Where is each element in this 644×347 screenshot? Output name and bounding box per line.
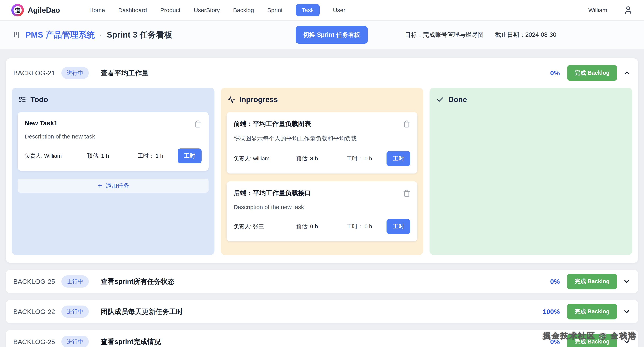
log-hours-button[interactable]: 工时	[386, 151, 410, 166]
app-logo: 道	[11, 4, 24, 17]
task-title: 前端：平均工作量负载图表	[234, 120, 410, 128]
backlog-row-header: BACKLOG-21 进行中 查看平均工作量 0% 完成 Backlog	[6, 58, 638, 88]
nav-right: William	[588, 6, 633, 15]
page-title: Sprint 3 任务看板	[107, 29, 172, 40]
current-user-name: William	[588, 7, 607, 14]
complete-backlog-button[interactable]: 完成 Backlog	[567, 274, 617, 289]
nav-item-backlog[interactable]: Backlog	[233, 4, 254, 16]
column-done-header: Done	[436, 96, 626, 104]
kanban-columns: Todo New Task1 Description of the new ta…	[6, 88, 638, 255]
activity-icon	[227, 96, 235, 104]
status-badge: 进行中	[62, 336, 89, 347]
task-hours: 工时： 1 h	[138, 152, 178, 160]
check-icon	[436, 96, 444, 104]
delete-task-icon[interactable]	[403, 190, 410, 197]
progress-percent: 0%	[550, 278, 560, 285]
backlog-title: 团队成员每天更新任务工时	[101, 307, 183, 316]
sprint-deadline-text: 截止日期：2024-08-30	[495, 31, 556, 39]
task-description: Description of the new task	[25, 133, 202, 140]
nav-item-sprint[interactable]: Sprint	[267, 4, 282, 16]
breadcrumb-separator: ·	[100, 31, 102, 39]
backlog-row: BACKLOG-22 进行中 团队成员每天更新任务工时 100% 完成 Back…	[6, 300, 638, 323]
task-estimate: 预估: 1 h	[87, 152, 138, 160]
task-description: Description of the new task	[234, 204, 410, 210]
chevron-down-icon[interactable]	[623, 308, 631, 315]
task-meta: 负责人: William 预估: 1 h 工时： 1 h 工时	[25, 148, 202, 163]
page-header: PMS 产品管理系统 · Sprint 3 任务看板 切换 Sprint 任务看…	[0, 21, 644, 49]
backlog-id: BACKLOG-22	[13, 308, 55, 315]
backlog-title: 查看sprint完成情况	[101, 337, 161, 346]
backlog-row: BACKLOG-25 进行中 查看sprint完成情况 0% 完成 Backlo…	[6, 330, 638, 347]
task-owner: 负责人: William	[25, 152, 87, 160]
chevron-down-icon[interactable]	[623, 277, 631, 285]
backlog-row: BACKLOG-25 进行中 查看sprint所有任务状态 0% 完成 Back…	[6, 270, 638, 293]
status-badge: 进行中	[62, 305, 89, 318]
status-badge: 进行中	[62, 67, 89, 79]
nav-menu: Home Dashboard Product UserStory Backlog…	[89, 4, 346, 16]
backlog-id: BACKLOG-25	[13, 338, 55, 346]
column-done-label: Done	[448, 96, 467, 104]
column-done: Done	[430, 88, 632, 255]
nav-item-dashboard[interactable]: Dashboard	[118, 4, 147, 16]
column-inprogress: Inprogress 前端：平均工作量负载图表 饼状图显示每个人的平均工作量负载…	[221, 88, 424, 255]
task-estimate: 预估: 0 h	[296, 223, 347, 230]
kanban-icon	[12, 31, 21, 39]
progress-percent: 100%	[543, 308, 560, 315]
add-task-button[interactable]: 添加任务	[18, 179, 208, 193]
progress-percent: 0%	[550, 338, 560, 346]
board-breadcrumb: PMS 产品管理系统 · Sprint 3 任务看板	[12, 29, 172, 40]
task-card[interactable]: 后端：平均工作量负载接口 Description of the new task…	[226, 181, 418, 241]
task-description: 饼状图显示每个人的平均工作量负载和平均负载	[234, 135, 410, 143]
task-meta: 负责人: 张三 预估: 0 h 工时： 0 h 工时	[234, 219, 410, 234]
task-card[interactable]: New Task1 Description of the new task 负责…	[18, 112, 208, 171]
app-logo-glyph: 道	[14, 6, 22, 14]
column-inprogress-header: Inprogress	[227, 96, 417, 104]
task-hours: 工时： 0 h	[347, 223, 387, 230]
task-owner: 负责人: 张三	[234, 223, 296, 230]
backlog-id: BACKLOG-25	[13, 278, 55, 285]
column-inprogress-label: Inprogress	[240, 96, 278, 104]
brand-name: AgileDao	[28, 6, 60, 15]
task-owner: 负责人: william	[234, 155, 296, 162]
task-card[interactable]: 前端：平均工作量负载图表 饼状图显示每个人的平均工作量负载和平均负载 负责人: …	[226, 112, 418, 174]
task-meta: 负责人: william 预估: 8 h 工时： 0 h 工时	[234, 151, 410, 166]
chevron-down-icon[interactable]	[623, 338, 631, 346]
project-title-link[interactable]: PMS 产品管理系统	[26, 29, 95, 40]
log-hours-button[interactable]: 工时	[386, 219, 410, 234]
backlog-title: 查看sprint所有任务状态	[101, 277, 174, 286]
status-badge: 进行中	[62, 275, 89, 287]
chevron-up-icon[interactable]	[623, 69, 631, 77]
switch-sprint-board-button[interactable]: 切换 Sprint 任务看板	[296, 26, 368, 44]
task-title: 后端：平均工作量负载接口	[234, 189, 410, 198]
list-todo-icon	[18, 96, 26, 104]
sprint-goal-text: 目标：完成账号管理与燃尽图	[405, 31, 484, 39]
delete-task-icon[interactable]	[403, 120, 410, 128]
delete-task-icon[interactable]	[194, 120, 202, 128]
backlog-title: 查看平均工作量	[101, 69, 149, 78]
task-hours: 工时： 0 h	[347, 155, 387, 162]
complete-backlog-button[interactable]: 完成 Backlog	[567, 65, 617, 81]
column-todo: Todo New Task1 Description of the new ta…	[12, 88, 214, 255]
main-content: BACKLOG-21 进行中 查看平均工作量 0% 完成 Backlog	[0, 49, 644, 347]
progress-percent: 0%	[550, 69, 560, 77]
column-todo-header: Todo	[18, 96, 208, 104]
nav-item-task[interactable]: Task	[296, 4, 320, 16]
plus-icon	[97, 183, 103, 189]
complete-backlog-button[interactable]: 完成 Backlog	[567, 304, 617, 319]
complete-backlog-button[interactable]: 完成 Backlog	[567, 334, 617, 347]
add-task-label: 添加任务	[106, 182, 129, 190]
nav-item-user[interactable]: User	[333, 4, 345, 16]
user-icon[interactable]	[624, 6, 633, 15]
column-todo-label: Todo	[30, 96, 48, 104]
top-nav: 道 AgileDao Home Dashboard Product UserSt…	[0, 0, 644, 21]
backlog-card-expanded: BACKLOG-21 进行中 查看平均工作量 0% 完成 Backlog	[6, 58, 638, 263]
nav-item-product[interactable]: Product	[160, 4, 180, 16]
nav-item-home[interactable]: Home	[89, 4, 105, 16]
log-hours-button[interactable]: 工时	[178, 148, 202, 163]
task-estimate: 预估: 8 h	[296, 155, 347, 162]
task-title: New Task1	[25, 120, 202, 127]
nav-item-userstory[interactable]: UserStory	[194, 4, 220, 16]
backlog-id: BACKLOG-21	[13, 69, 55, 77]
